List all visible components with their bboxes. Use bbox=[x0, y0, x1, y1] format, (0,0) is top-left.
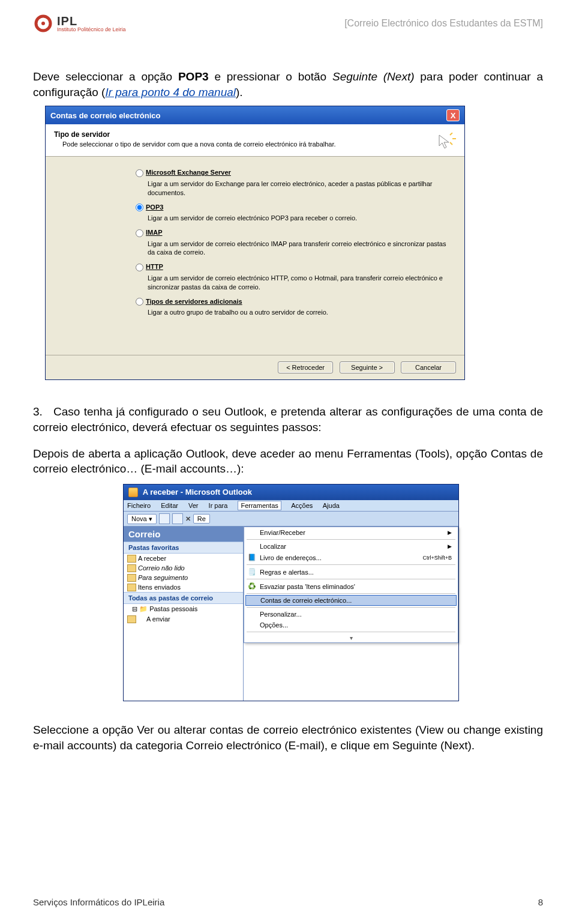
tools-dropdown: Enviar/Receber▶ Localizar▶ 📘Livro de end… bbox=[244, 527, 458, 643]
menu-rules[interactable]: 🗒️Regras e alertas... bbox=[244, 566, 458, 578]
menu-options[interactable]: Opções... bbox=[244, 620, 458, 630]
menu-empty-deleted[interactable]: ♻️Esvaziar pasta 'Itens eliminados' bbox=[244, 581, 458, 592]
reply-button[interactable]: Re bbox=[193, 514, 210, 524]
print-icon[interactable] bbox=[159, 513, 170, 524]
menu-accoes[interactable]: Acções bbox=[291, 502, 313, 509]
radio-imap-desc: Ligar a um servidor de correio electróni… bbox=[148, 240, 450, 258]
page-number: 8 bbox=[538, 897, 543, 907]
dialog-footer: < Retroceder Seguinte > Cancelar bbox=[46, 355, 464, 379]
outlook-window: A receber - Microsoft Outlook Ficheiro E… bbox=[123, 484, 459, 702]
back-button[interactable]: < Retroceder bbox=[278, 361, 333, 373]
radio-imap[interactable]: IMAP bbox=[136, 229, 450, 237]
new-button[interactable]: Nova ▾ bbox=[127, 514, 157, 524]
dialog-titlebar: Contas de correio electrónico X bbox=[46, 106, 464, 124]
nav-favorites-header: Pastas favoritas bbox=[124, 542, 243, 554]
radio-exchange[interactable]: Microsoft Exchange Server bbox=[136, 169, 450, 177]
select-option-paragraph: Seleccione a opção Ver ou alterar contas… bbox=[33, 722, 543, 753]
cancel-button[interactable]: Cancelar bbox=[401, 361, 456, 373]
menu-ficheiro[interactable]: Ficheiro bbox=[127, 502, 151, 509]
menu-address-book[interactable]: 📘Livro de endereços...Ctrl+Shift+B bbox=[244, 552, 458, 563]
step3-paragraph: 3.Caso tenha já configurado o seu Outloo… bbox=[33, 404, 543, 435]
radio-pop3-desc: Ligar a um servidor de correio electróni… bbox=[148, 214, 450, 223]
menu-irpara[interactable]: Ir para bbox=[209, 502, 228, 509]
radio-pop3[interactable]: POP3 bbox=[136, 204, 450, 212]
close-icon[interactable]: X bbox=[446, 109, 460, 121]
rules-icon: 🗒️ bbox=[248, 568, 260, 576]
outlook-toolbar: Nova ▾ ✕ Re bbox=[124, 512, 458, 527]
nav-allfolders-header: Todas as pastas de correio bbox=[124, 592, 243, 604]
footer-left: Serviços Informáticos do IPLeiria bbox=[33, 897, 164, 907]
fav-unread[interactable]: Correio não lido bbox=[124, 563, 243, 573]
menu-editar[interactable]: Editar bbox=[161, 502, 178, 509]
move-icon[interactable] bbox=[172, 513, 183, 524]
accounts-dialog: Contas de correio electrónico X Tipo de … bbox=[45, 106, 465, 380]
nav-mail-header: Correio bbox=[124, 527, 243, 542]
menu-expand-icon[interactable]: ▾ bbox=[244, 633, 458, 642]
menu-find[interactable]: Localizar▶ bbox=[244, 541, 458, 552]
radio-http[interactable]: HTTP bbox=[136, 263, 450, 271]
menu-ferramentas[interactable]: Ferramentas bbox=[238, 501, 281, 510]
header-doc-title: [Correio Electrónico dos Estudantes da E… bbox=[344, 18, 543, 29]
svg-line-5 bbox=[450, 142, 452, 145]
menu-ajuda[interactable]: Ajuda bbox=[323, 502, 340, 509]
cursor-star-icon bbox=[434, 133, 456, 157]
all-outbox[interactable]: A enviar bbox=[124, 614, 243, 624]
menu-customize[interactable]: Personalizar... bbox=[244, 609, 458, 620]
fav-followup[interactable]: Para seguimento bbox=[124, 573, 243, 582]
radio-exchange-desc: Ligar a um servidor do Exchange para ler… bbox=[148, 180, 450, 198]
svg-line-3 bbox=[450, 133, 452, 135]
radio-additional-desc: Ligar a outro grupo de trabalho ou a out… bbox=[148, 308, 450, 317]
radio-http-desc: Ligar a um servidor de correio electróni… bbox=[148, 274, 450, 292]
dialog-header-subtitle: Pode seleccionar o tipo de servidor com … bbox=[62, 140, 456, 148]
outlook-dropdown-area: Enviar/Receber▶ Localizar▶ 📘Livro de end… bbox=[244, 527, 458, 701]
outlook-titlebar: A receber - Microsoft Outlook bbox=[124, 485, 458, 501]
fav-inbox[interactable]: A receber bbox=[124, 554, 243, 563]
page-header: IPL Instituto Politécnico de Leiria [Cor… bbox=[0, 13, 576, 34]
menu-email-accounts[interactable]: Contas de correio electrónico... bbox=[245, 595, 457, 606]
step3-after: Depois de aberta a aplicação Outlook, de… bbox=[33, 446, 543, 477]
fav-sent[interactable]: Itens enviados bbox=[124, 582, 243, 592]
manual-link[interactable]: Ir para ponto 4 do manual bbox=[105, 86, 236, 98]
recycle-icon: ♻️ bbox=[248, 582, 260, 590]
all-personal[interactable]: ⊟ 📁 Pastas pessoais bbox=[124, 604, 243, 614]
address-book-icon: 📘 bbox=[248, 554, 260, 561]
outlook-menubar: Ficheiro Editar Ver Ir para Ferramentas … bbox=[124, 500, 458, 512]
next-button[interactable]: Seguinte > bbox=[340, 361, 395, 373]
page-footer: Serviços Informáticos do IPLeiria 8 bbox=[33, 897, 543, 907]
intro-paragraph: Deve seleccionar a opção POP3 e pression… bbox=[33, 69, 543, 100]
logo-subtitle: Instituto Politécnico de Leiria bbox=[57, 27, 126, 32]
outlook-nav-pane: Correio Pastas favoritas A receber Corre… bbox=[124, 527, 244, 701]
menu-ver[interactable]: Ver bbox=[188, 502, 199, 509]
radio-additional[interactable]: Tipos de servidores adicionais bbox=[136, 298, 450, 306]
dialog-header-region: Tipo de servidor Pode seleccionar o tipo… bbox=[46, 124, 464, 157]
menu-send-receive[interactable]: Enviar/Receber▶ bbox=[244, 527, 458, 538]
svg-point-1 bbox=[41, 22, 45, 25]
outlook-app-icon bbox=[128, 488, 138, 497]
svg-marker-2 bbox=[439, 135, 449, 148]
logo-mark-icon bbox=[33, 13, 53, 34]
dialog-header-title: Tipo de servidor bbox=[54, 130, 456, 139]
logo: IPL Instituto Politécnico de Leiria bbox=[33, 13, 126, 34]
logo-text: IPL bbox=[57, 15, 126, 27]
dialog-body: Microsoft Exchange Server Ligar a um ser… bbox=[46, 157, 464, 355]
dialog-title: Contas de correio electrónico bbox=[50, 111, 161, 120]
